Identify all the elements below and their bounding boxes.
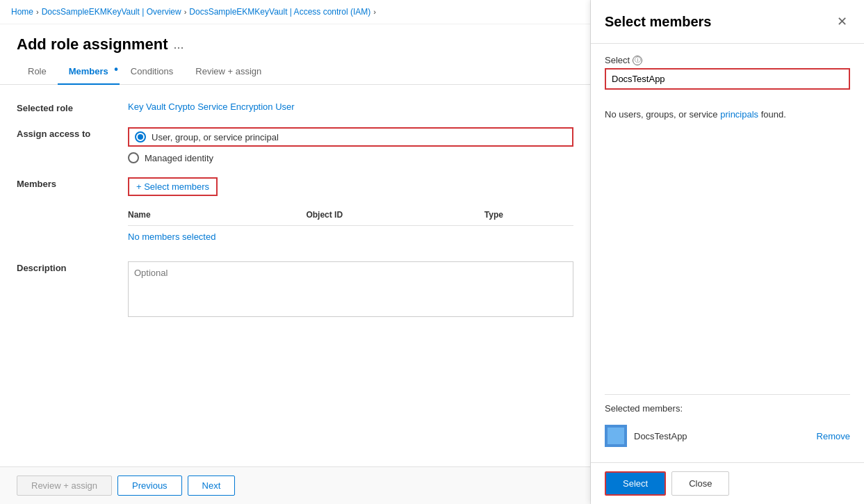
col-header-name: Name <box>128 210 306 220</box>
selected-role-value: Key Vault Crypto Service Encryption User <box>128 101 573 112</box>
no-members-text: No members selected <box>128 226 573 247</box>
search-box-wrapper <box>605 68 850 90</box>
footer: Review + assign Previous Next <box>0 466 590 504</box>
radio-button-empty[interactable] <box>128 152 139 163</box>
radio-button-selected[interactable] <box>135 131 146 143</box>
search-label-text: Select <box>605 55 630 65</box>
info-icon[interactable]: ⓘ <box>633 56 642 65</box>
col-header-type: Type <box>484 210 573 220</box>
select-button[interactable]: Select <box>605 471 666 496</box>
more-options-icon[interactable]: ... <box>174 38 184 52</box>
tab-role[interactable]: Role <box>17 59 58 85</box>
selected-member-row: DocsTestApp Remove <box>605 421 850 451</box>
member-icon-inner <box>608 428 624 444</box>
next-button[interactable]: Next <box>188 475 236 496</box>
right-panel-footer: Select Close <box>591 462 864 504</box>
radio-inner-dot <box>138 134 143 140</box>
radio-group-access: User, group, or service principal Manage… <box>128 127 573 163</box>
breadcrumb: Home › DocsSampleEKMKeyVault | Overview … <box>0 0 590 24</box>
member-icon <box>605 425 627 447</box>
search-input[interactable] <box>606 70 849 88</box>
chevron-icon-1: › <box>36 8 39 16</box>
no-results-text: No users, groups, or service principals … <box>605 109 850 120</box>
members-table: Name Object ID Type No members selected <box>128 204 573 247</box>
breadcrumb-iam[interactable]: DocsSampleEKMKeyVault | Access control (… <box>189 7 370 17</box>
radio-label-user-group: User, group, or service principal <box>152 132 279 143</box>
tab-conditions[interactable]: Conditions <box>120 59 184 85</box>
right-panel-header: Select members ✕ <box>591 0 864 44</box>
assign-access-label: Assign access to <box>17 127 128 139</box>
members-label: Members <box>17 177 128 189</box>
col-header-objectid: Object ID <box>306 210 484 220</box>
right-panel-title: Select members <box>605 14 711 30</box>
close-panel-button[interactable]: ✕ <box>834 11 850 32</box>
radio-option-managed-identity[interactable]: Managed identity <box>128 152 573 163</box>
search-section: Select ⓘ <box>605 55 850 90</box>
breadcrumb-home[interactable]: Home <box>11 7 33 17</box>
principals-link[interactable]: principals <box>720 109 758 120</box>
remove-member-link[interactable]: Remove <box>817 431 850 441</box>
review-assign-button[interactable]: Review + assign <box>17 475 112 496</box>
right-panel-body: Select ⓘ No users, groups, or service pr… <box>591 44 864 462</box>
previous-button[interactable]: Previous <box>117 475 182 496</box>
member-name: DocsTestApp <box>634 431 810 441</box>
radio-option-user-group[interactable]: User, group, or service principal <box>128 127 573 147</box>
tab-members[interactable]: Members <box>58 59 120 85</box>
chevron-icon-2: › <box>184 8 187 16</box>
tab-bar: Role Members Conditions Review + assign <box>0 59 590 85</box>
breadcrumb-vault-overview[interactable]: DocsSampleEKMKeyVault | Overview <box>42 7 181 17</box>
select-members-button[interactable]: + Select members <box>128 177 218 196</box>
tab-review-assign[interactable]: Review + assign <box>184 59 272 85</box>
selected-role-label: Selected role <box>17 101 128 113</box>
chevron-icon-3: › <box>373 8 376 16</box>
page-title: Add role assignment <box>17 35 168 54</box>
selected-members-section: Selected members: DocsTestApp Remove <box>605 394 850 451</box>
description-label: Description <box>17 261 128 273</box>
description-textarea[interactable] <box>128 261 573 317</box>
close-button[interactable]: Close <box>671 471 729 496</box>
selected-members-label: Selected members: <box>605 403 850 414</box>
results-spacer <box>605 128 850 394</box>
radio-label-managed-identity: Managed identity <box>145 153 213 163</box>
